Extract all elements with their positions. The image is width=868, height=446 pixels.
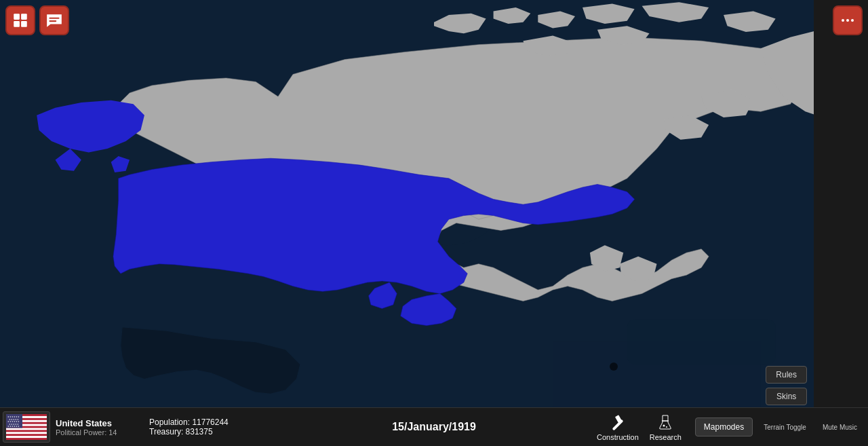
svg-rect-6	[14, 21, 20, 27]
home-button[interactable]	[5, 5, 35, 35]
construction-icon	[608, 413, 627, 432]
country-info: United States Political Power: 14	[56, 418, 117, 436]
research-button[interactable]: Research	[650, 413, 682, 441]
population-stat: Population: 11776244	[149, 417, 271, 427]
top-right-menu	[833, 5, 863, 35]
svg-point-29	[663, 425, 665, 427]
svg-rect-19	[6, 436, 47, 438]
side-buttons: Rules Skins	[766, 366, 807, 405]
svg-rect-7	[21, 21, 27, 27]
top-left-icons	[5, 5, 69, 35]
treasury-stat: Treasury: 831375	[149, 427, 271, 436]
flag-button[interactable]: ★★★★★★ ★★★★★ ★★★★★★ ★★★★★ ★★★★★★	[3, 411, 50, 443]
right-side-panel	[814, 0, 868, 446]
research-icon	[656, 413, 675, 432]
bottom-right-area: Mapmodes Terrain Toggle Mute Music	[695, 417, 868, 436]
svg-rect-8	[49, 18, 59, 19]
bottom-bar: ★★★★★★ ★★★★★ ★★★★★★ ★★★★★ ★★★★★★ United …	[0, 407, 868, 446]
chat-button[interactable]	[39, 5, 69, 35]
map-container[interactable]	[0, 0, 868, 446]
skins-button[interactable]: Skins	[766, 388, 807, 405]
svg-rect-3	[627, 320, 776, 365]
construction-label: Construction	[597, 433, 639, 441]
political-power-label: Political Power: 14	[56, 428, 117, 436]
svg-point-11	[846, 19, 849, 22]
svg-rect-5	[21, 14, 27, 20]
svg-rect-9	[49, 20, 56, 22]
svg-point-30	[666, 426, 667, 428]
terrain-toggle-label: Terrain Toggle	[764, 424, 806, 431]
date-section: 15/January/1919	[271, 421, 597, 433]
current-date: 15/January/1919	[392, 421, 476, 433]
svg-point-12	[851, 19, 854, 22]
country-section: ★★★★★★ ★★★★★ ★★★★★★ ★★★★★ ★★★★★★ United …	[0, 411, 142, 443]
svg-text:★★★★★★: ★★★★★★	[7, 425, 20, 428]
svg-point-10	[842, 19, 844, 22]
stats-section: Population: 11776244 Treasury: 831375	[149, 417, 271, 436]
map-svg	[0, 0, 868, 446]
mapmodes-button[interactable]: Mapmodes	[695, 417, 753, 436]
mute-music-button[interactable]: Mute Music	[817, 421, 863, 434]
country-name: United States	[56, 418, 117, 428]
menu-button[interactable]	[833, 5, 863, 35]
rules-button[interactable]: Rules	[766, 366, 807, 384]
mute-music-label: Mute Music	[823, 424, 857, 431]
construction-button[interactable]: Construction	[597, 413, 639, 441]
action-section: Construction Research	[597, 413, 695, 441]
svg-rect-17	[6, 428, 47, 430]
research-label: Research	[650, 433, 682, 441]
terrain-toggle-button[interactable]: Terrain Toggle	[758, 421, 812, 434]
svg-rect-18	[6, 432, 47, 434]
svg-rect-4	[14, 14, 20, 20]
